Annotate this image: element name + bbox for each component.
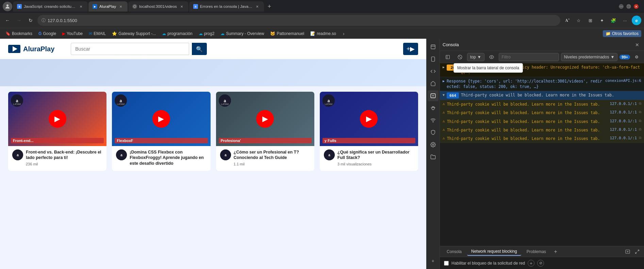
video-card-2[interactable]: aLATAM ▶ FlexboxF a ¡Domina CSS Flexbox … [112,92,210,171]
tab-close-errores[interactable]: ✕ [254,4,260,9]
upload-button[interactable]: +▶ [403,43,418,55]
cloud-icon-2: ☁ [199,31,203,36]
tab-javascript[interactable]: a JavaScript: creando solicitudes: ✕ [13,1,88,12]
tab-localhost[interactable]: ⬡ localhost:3001/videos ✕ [128,1,188,12]
play-button-4[interactable]: ▶ [360,110,378,128]
devtools-sidebar: + [426,39,440,269]
devtools-console-button[interactable] [428,90,439,101]
tab-close-aluraplay[interactable]: ✕ [118,4,123,9]
play-button-3[interactable]: ▶ [256,110,274,128]
close-button[interactable]: ✕ [634,4,639,9]
copy-icon-6[interactable]: ⧉ [639,119,641,123]
devtools-settings-button[interactable] [428,139,439,150]
minimize-button[interactable]: — [619,4,624,9]
devtools-bug-button[interactable] [428,103,439,113]
filter-input[interactable] [499,53,559,61]
bookmark-programacion[interactable]: ☁ programación [159,30,195,37]
tab-consola[interactable]: Consola [443,248,466,255]
bookmark-readme[interactable]: 📝 readme.so [308,30,339,37]
bookmark-gateway[interactable]: ⭐ Gateway Support -... [109,30,159,37]
expand-icon-1[interactable]: ▶ [443,65,445,69]
msg-link-2[interactable]: conexionAPI.js:6 [605,78,641,83]
expand-icon-2[interactable]: ▶ [443,79,445,83]
tab-errores[interactable]: a Errores en la consola | JavaScrip ✕ [189,1,264,12]
console-create-button[interactable] [624,248,632,256]
tab-close-localhost[interactable]: ✕ [179,4,184,9]
address-bar[interactable]: ⓘ 127.0.0.1:5500 [37,15,560,26]
bookmark-bookmarks[interactable]: 🔖 Bookmarks [3,30,35,37]
search-input[interactable] [71,43,189,55]
sidebar-toggle-button[interactable] [443,53,453,61]
video-title-1: Front-end vs. Back-end: ¡Descubre el lad… [26,149,102,161]
network-block-checkbox[interactable] [444,261,449,266]
msg-link-4[interactable]: 127.0.0.1/:1 [610,102,637,106]
devtools-sources-button[interactable] [428,66,439,77]
expand-icon-3[interactable]: ▼ [443,93,445,97]
msg-link-6[interactable]: 127.0.0.1/:1 [610,119,637,123]
msg-link-5[interactable]: 127.0.0.1/:1 [610,110,637,114]
tab-network-request-blocking[interactable]: Network request blocking [467,248,521,256]
search-button[interactable]: 🔍 [192,43,207,55]
bookmark-prog2[interactable]: ☁ prog2 [196,30,217,37]
address-text: 127.0.0.1:5500 [48,18,77,23]
more-button[interactable]: ··· [620,16,630,25]
devtools-network-button[interactable] [428,115,439,126]
eye-button[interactable] [486,53,497,61]
devtools-gear-button[interactable]: ⚙ [632,53,641,61]
play-button-1[interactable]: ▶ [49,110,66,128]
console-expand-button[interactable] [633,248,641,256]
split-screen-button[interactable]: ⊞ [585,16,595,25]
bookmark-pattonemanuel[interactable]: 🐱 Pattonemanuel [267,30,307,37]
copy-icon-4[interactable]: ⧉ [639,102,641,106]
bookmark-google[interactable]: G Google [36,30,59,37]
copy-icon-8[interactable]: ⧉ [639,136,641,140]
edge-icon[interactable]: e [632,16,641,25]
msg-link-7[interactable]: 127.0.0.1/:1 [610,127,637,132]
video-card-1[interactable]: aLATAM ▶ Front-end... a Front-end vs. Ba… [8,92,106,171]
copy-icon-7[interactable]: ⧉ [639,127,641,131]
back-button[interactable]: ← [3,16,12,25]
devtools-device-button[interactable] [428,54,439,65]
context-selector[interactable]: top ▼ [467,53,484,61]
devtools-add-button[interactable]: + [428,255,439,266]
devtools-home-button[interactable] [428,78,439,89]
tab-close-javascript[interactable]: ✕ [78,4,84,9]
svg-point-36 [491,56,492,58]
new-tab-button[interactable]: + [265,2,274,11]
add-tab-button[interactable]: + [551,248,560,256]
console-close-button[interactable]: ✕ [633,41,641,49]
devtools-inspect-button[interactable] [428,41,439,52]
refresh-button[interactable]: ↻ [26,16,35,25]
collections-button[interactable]: ✦ [597,16,607,25]
video-card-3[interactable]: aLATAM ▶ Profesiona' a ¿Cómo ser un Prof… [216,92,314,171]
read-aloud-button[interactable]: 𝐀⁺ [562,16,572,25]
forward-button[interactable]: → [14,16,24,25]
devtools-container: + Consola ✕ [426,39,644,269]
devtools-files-button[interactable] [428,151,439,162]
restore-button[interactable]: ❐ [626,4,631,9]
video-details-2: ¡Domina CSS Flexbox con FlexboxFroggy! A… [130,149,206,167]
bookmark-youtube-label: YouTube [67,31,83,36]
network-block-clear-button[interactable]: ⊘ [537,260,544,267]
favorites-button[interactable]: ☆ [574,16,583,25]
more-bookmarks[interactable]: › [341,30,347,37]
others-folder[interactable]: 📁 Otros favoritos [603,30,641,37]
bookmark-summary[interactable]: ☁ Summary - Overview [218,30,267,37]
levels-button[interactable]: Niveles predeterminados ▼ [561,53,618,61]
devtools-security-button[interactable] [428,127,439,138]
play-button-2[interactable]: ▶ [152,110,170,128]
console-bottom-tabs: Consola Network request blocking Problem… [440,246,644,257]
msg-link-8[interactable]: 127.0.0.1/:1 [610,136,637,140]
tab-problemas[interactable]: Problemas [523,248,550,255]
bookmark-youtube[interactable]: ▶ YouTube [60,30,85,37]
profile-icon[interactable] [3,2,12,11]
extensions-button[interactable]: 🧩 [609,16,618,25]
video-card-4[interactable]: aLATAM ▶ y Fulls a ¿Qué significa ser un… [320,92,418,171]
copy-icon-5[interactable]: ⧉ [639,110,641,114]
tab-aluraplay[interactable]: ▶ AluraPlay ✕ [88,1,128,12]
bookmark-email[interactable]: ✉ EMAIL [86,30,109,37]
video-title-3: ¿Cómo ser un Profesional en T? Conociend… [234,149,310,161]
network-block-add-button[interactable]: + [528,260,534,267]
console-header: Consola ✕ [440,39,644,51]
clear-console-button[interactable] [455,53,465,61]
